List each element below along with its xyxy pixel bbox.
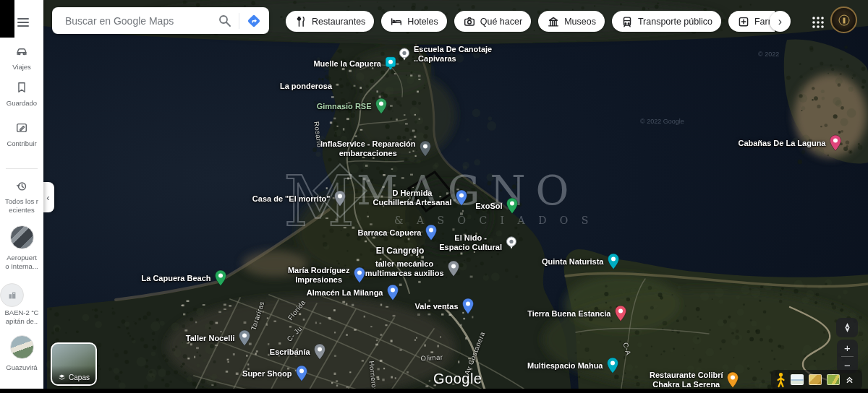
- sidebar-recent-aeropuerto[interactable]: Aeropuert o Interna...: [0, 225, 43, 271]
- poi-pin-icon[interactable]: [387, 284, 399, 301]
- poi-pin-icon[interactable]: [399, 47, 410, 61]
- chip-transporte-p-blico[interactable]: Transporte público: [612, 11, 721, 32]
- search-input[interactable]: [64, 14, 216, 27]
- poi-pin-icon[interactable]: [506, 197, 519, 215]
- imagery-thumb-terrain[interactable]: [809, 374, 822, 385]
- profile-avatar[interactable]: [830, 7, 857, 33]
- search-divider: [239, 13, 239, 29]
- sidebar-item-guardado[interactable]: Guardado: [0, 81, 43, 108]
- sidebar-item-recientes[interactable]: Todos los r ecientes: [0, 179, 43, 215]
- map-poi[interactable]: Muelle la Capuera: [385, 56, 396, 72]
- chip-hoteles[interactable]: Hoteles: [381, 11, 446, 32]
- poi-label: Taller Nocelli: [186, 334, 235, 343]
- zoom-in-button[interactable]: +: [837, 340, 858, 356]
- sidebar-collapse-tab[interactable]: ‹: [42, 182, 54, 212]
- map-poi[interactable]: Casa de "El morrito": [334, 190, 346, 207]
- imagery-thumb-field[interactable]: [827, 374, 840, 385]
- map-poi[interactable]: Vale ventas: [462, 298, 475, 315]
- map-poi[interactable]: Almacén La Milanga: [387, 284, 399, 301]
- poi-pin-icon[interactable]: [727, 371, 739, 389]
- recent-place-thumbnail: [10, 225, 34, 249]
- poi-pin-icon[interactable]: [314, 343, 326, 360]
- map-poi[interactable]: La ponderosa: [280, 79, 332, 92]
- screenshot-edge-artifact: [0, 0, 14, 38]
- sidebar-recent-guazuvira[interactable]: Guazuvirá: [0, 335, 43, 372]
- map-poi[interactable]: Super Shoop: [296, 365, 308, 382]
- sidebar-item-viajes[interactable]: Viajes: [0, 45, 43, 72]
- pegman-icon[interactable]: [776, 372, 786, 388]
- poi-pin-icon[interactable]: [215, 269, 227, 287]
- map-poi[interactable]: taller mecánico multimarcas auxilios: [448, 260, 460, 277]
- chevron-up-icon[interactable]: [845, 375, 854, 384]
- poi-label: Muelle la Capuera: [313, 59, 381, 69]
- poi-label: D Hermida Cuchillería Artesanal: [373, 189, 451, 207]
- chip-restaurantes[interactable]: Restaurantes: [286, 11, 374, 32]
- map-poi[interactable]: La Capuera Beach: [215, 269, 227, 287]
- imagery-bar: [771, 370, 862, 389]
- imagery-thumb-sky[interactable]: [791, 374, 804, 385]
- sidebar-item-contribuir[interactable]: Contribuir: [0, 121, 43, 148]
- google-apps-grid-icon[interactable]: [809, 14, 827, 31]
- chip-label: Museos: [564, 17, 596, 27]
- map-poi[interactable]: Tierra Buena Estancia: [615, 305, 627, 322]
- map-poi[interactable]: Escribanía: [314, 343, 326, 360]
- search-icon[interactable]: [216, 12, 234, 30]
- chip-label: Hoteles: [407, 17, 438, 27]
- poi-label: María Rodríguez Impresiones: [288, 266, 350, 285]
- map-poi[interactable]: Taller Nocelli: [239, 329, 251, 347]
- map-poi[interactable]: Cabañas De La Laguna: [830, 134, 842, 152]
- poi-label: Almacén La Milanga: [307, 288, 383, 298]
- bookmark-icon: [15, 81, 28, 95]
- chip-museos[interactable]: Museos: [538, 11, 605, 32]
- recent-place-label: Aeropuert o Interna...: [0, 254, 43, 271]
- poi-pin-icon[interactable]: [385, 56, 396, 72]
- poi-pin-icon[interactable]: [296, 365, 308, 382]
- poi-pin-icon[interactable]: [615, 305, 627, 322]
- poi-pin-icon[interactable]: [425, 224, 438, 241]
- poi-label: La ponderosa: [280, 82, 332, 90]
- zoom-controls: + −: [837, 340, 858, 373]
- map-poi[interactable]: El Cangrejo: [376, 243, 425, 256]
- map-poi[interactable]: El Nido - Espacio Cultural: [506, 236, 517, 250]
- map-poi[interactable]: InflaService - Reparación embarcaciones: [420, 140, 432, 157]
- poi-pin-icon[interactable]: [448, 260, 460, 277]
- map-poi[interactable]: María Rodríguez Impresiones: [354, 267, 366, 284]
- chip-label: Qué hacer: [480, 17, 522, 27]
- map-poi[interactable]: Restaurante Colibrí Chakra La Serena: [727, 371, 739, 389]
- poi-pin-icon[interactable]: [375, 98, 388, 115]
- layers-button[interactable]: Capas: [51, 342, 97, 386]
- more-categories-button[interactable]: ›: [770, 11, 791, 32]
- compass-button[interactable]: [836, 318, 858, 337]
- poi-pin-icon[interactable]: [334, 190, 346, 207]
- chip-farmacias[interactable]: Farmacias: [728, 11, 775, 32]
- poi-label: Restaurante Colibrí Chakra La Serena: [650, 371, 723, 389]
- map-poi[interactable]: ExoSol: [506, 197, 519, 215]
- map-poi[interactable]: Escuela De Canotaje ..Capivaras: [399, 47, 410, 61]
- map-poi[interactable]: Gimnasio RSE: [375, 98, 388, 115]
- sidebar-recent-baen[interactable]: BAEN-2 “C apitán de..: [0, 283, 43, 326]
- poi-pin-icon[interactable]: [830, 134, 842, 152]
- poi-pin-icon[interactable]: [506, 236, 517, 250]
- avatar-crest-icon: [838, 14, 849, 25]
- poi-label: InflaService - Reparación embarcaciones: [320, 139, 415, 158]
- menu-icon[interactable]: [17, 18, 29, 27]
- poi-pin-icon[interactable]: [608, 253, 620, 270]
- directions-icon[interactable]: [244, 12, 263, 30]
- sidebar: Viajes Guardado Contribuir Todos los r e…: [0, 0, 43, 389]
- sidebar-item-label: Todos los r ecientes: [0, 197, 43, 215]
- poi-pin-icon[interactable]: [420, 140, 432, 157]
- map-poi[interactable]: Quinta Naturista: [608, 253, 620, 270]
- map-poi[interactable]: Multiespacio Mahua: [607, 357, 619, 374]
- poi-pin-icon[interactable]: [354, 267, 366, 284]
- poi-label: Escribanía: [270, 347, 310, 357]
- poi-pin-icon[interactable]: [456, 189, 468, 207]
- chip-qu-hacer[interactable]: Qué hacer: [454, 11, 531, 32]
- poi-label: La Capuera Beach: [142, 274, 211, 283]
- map-poi[interactable]: D Hermida Cuchillería Artesanal: [456, 189, 468, 207]
- poi-label: Escuela De Canotaje ..Capivaras: [414, 45, 492, 64]
- poi-label: taller mecánico multimarcas auxilios: [365, 259, 444, 278]
- poi-pin-icon[interactable]: [462, 298, 475, 315]
- poi-pin-icon[interactable]: [607, 357, 619, 374]
- map-poi[interactable]: Barraca Capuera: [425, 224, 438, 241]
- poi-pin-icon[interactable]: [239, 329, 251, 347]
